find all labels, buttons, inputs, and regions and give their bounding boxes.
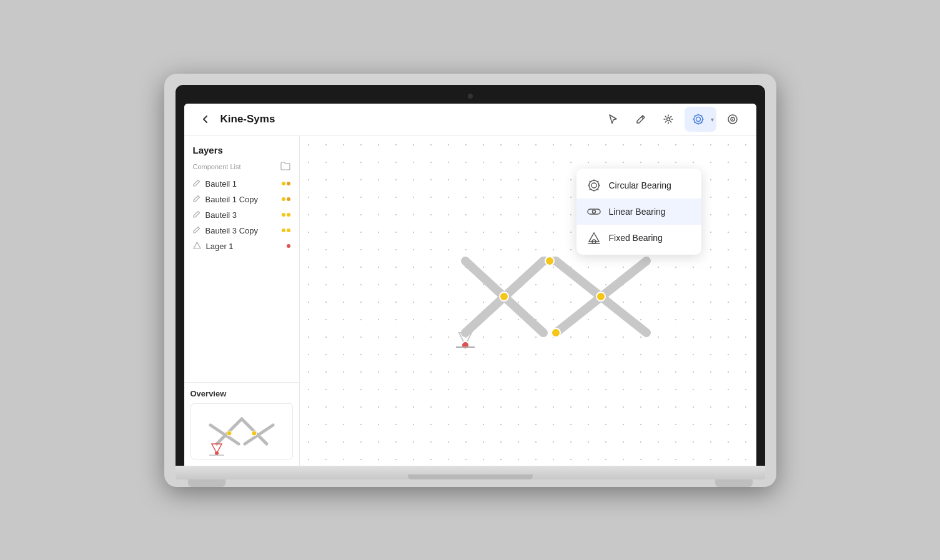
wheel-tool-button[interactable]: [721, 108, 744, 130]
layer-name-bauteil3copy: Bauteil 3 Copy: [205, 226, 277, 235]
circular-bearing-label: Circular Bearing: [609, 180, 671, 190]
linear-bearing-label: Linear Bearing: [609, 207, 666, 217]
app-body: Layers Component List: [184, 136, 756, 466]
overview-box: [190, 403, 293, 459]
bearing-tool-group[interactable]: ▾: [685, 107, 716, 132]
layers-heading: Layers: [184, 136, 299, 159]
settings-icon: [663, 114, 674, 125]
cursor-icon: [608, 114, 619, 125]
svg-point-0: [666, 118, 670, 121]
fixed-bearing-icon: [586, 230, 601, 245]
component-list-label: Component List: [193, 163, 241, 170]
layer-dots-bauteil3copy: [282, 228, 290, 232]
bearing-dropdown-chevron[interactable]: ▾: [711, 116, 714, 123]
pencil-icon-bauteil1copy: [193, 195, 200, 204]
fixed-bearing-label: Fixed Bearing: [609, 233, 663, 243]
dropdown-item-circular[interactable]: Circular Bearing: [576, 172, 701, 199]
layer-name-bauteil3: Bauteil 3: [205, 210, 277, 220]
layer-dots-lager1: [287, 244, 290, 248]
bearing-tool-button[interactable]: [687, 108, 710, 130]
layer-item-bauteil3copy[interactable]: Bauteil 3 Copy: [184, 223, 299, 238]
app-header: Kine-Syms: [184, 104, 756, 136]
pencil-icon: [635, 114, 646, 125]
svg-point-28: [591, 183, 596, 188]
svg-point-5: [732, 119, 733, 120]
svg-point-10: [227, 431, 232, 436]
svg-point-2: [696, 117, 700, 122]
layer-item-bauteil1copy[interactable]: Bauteil 1 Copy: [184, 192, 299, 207]
svg-point-24: [462, 341, 469, 349]
pencil-icon-bauteil1: [193, 179, 200, 189]
svg-point-22: [545, 257, 554, 265]
sidebar: Layers Component List: [184, 136, 300, 466]
settings-tool-button[interactable]: [657, 108, 680, 130]
overview-label: Overview: [190, 389, 293, 398]
bearing-dropdown-menu: Circular Bearing Linear Bearing: [576, 169, 701, 255]
layer-dots-bauteil1copy: [282, 197, 290, 201]
canvas-area[interactable]: Circular Bearing Linear Bearing: [300, 136, 756, 466]
triangle-icon-lager1: [193, 242, 201, 251]
layer-dots-bauteil3: [282, 213, 290, 217]
circular-bearing-icon: [586, 178, 601, 193]
svg-point-21: [596, 292, 605, 301]
layer-name-bauteil1: Bauteil 1: [205, 179, 277, 189]
dropdown-item-fixed[interactable]: Fixed Bearing: [576, 225, 701, 251]
pencil-tool-button[interactable]: [630, 108, 652, 130]
svg-point-20: [500, 292, 508, 301]
layer-item-lager1[interactable]: Lager 1: [184, 238, 299, 254]
mechanism-svg: [456, 236, 656, 361]
dropdown-item-linear[interactable]: Linear Bearing: [576, 199, 701, 225]
pencil-icon-bauteil3copy: [193, 226, 200, 235]
overview-preview: [204, 406, 279, 456]
app-title: Kine-Syms: [220, 113, 275, 125]
cursor-tool-button[interactable]: [602, 108, 625, 130]
layer-name-bauteil1copy: Bauteil 1 Copy: [205, 195, 277, 204]
toolbar: ▾: [602, 107, 744, 132]
svg-point-30: [592, 210, 595, 213]
svg-point-13: [215, 451, 219, 455]
component-list-header: Component List: [184, 159, 299, 176]
layer-item-bauteil3[interactable]: Bauteil 3: [184, 207, 299, 223]
wheel-icon: [726, 113, 739, 125]
svg-point-11: [252, 431, 257, 436]
layer-name-lager1: Lager 1: [206, 242, 282, 251]
back-button[interactable]: [197, 111, 214, 128]
folder-icon[interactable]: [280, 162, 290, 172]
layer-dots-bauteil1: [282, 182, 290, 185]
overview-section: Overview: [184, 382, 299, 466]
layer-item-bauteil1[interactable]: Bauteil 1: [184, 176, 299, 192]
svg-point-26: [552, 328, 560, 337]
bearing-gear-icon: [692, 113, 705, 125]
linear-bearing-icon: [586, 204, 601, 219]
pencil-icon-bauteil3: [193, 210, 200, 220]
